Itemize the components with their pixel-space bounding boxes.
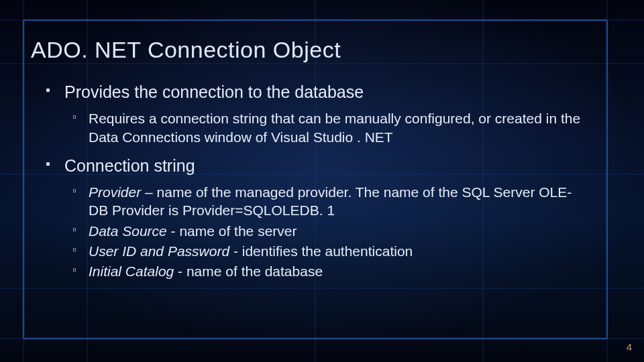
- bullet-item: Provides the connection to the database …: [64, 82, 617, 146]
- bullet-text: Connection string: [64, 156, 195, 175]
- sub-bullet-item: Provider – name of the managed provider.…: [89, 183, 617, 220]
- term-desc: – name of the managed provider. The name…: [89, 184, 572, 218]
- slide-title: ADO. NET Connection Object: [31, 37, 617, 63]
- term: Provider: [89, 184, 141, 200]
- sub-bullet-item: Requires a connection string that can be…: [89, 109, 617, 146]
- sub-bullet-item: Initial Catalog - name of the database: [89, 262, 617, 280]
- slide-content: ADO. NET Connection Object Provides the …: [0, 0, 644, 281]
- term: User ID and Password: [89, 243, 229, 259]
- sub-bullet-text: Requires a connection string that can be…: [89, 111, 580, 144]
- bullet-item: Connection string Provider – name of the…: [64, 156, 617, 281]
- bullet-list: Provides the connection to the database …: [31, 82, 617, 281]
- term: Initial Catalog: [89, 263, 174, 279]
- slide: ADO. NET Connection Object Provides the …: [0, 0, 644, 362]
- term-desc: - name of the server: [167, 223, 297, 239]
- term-desc: - name of the database: [174, 263, 323, 279]
- term: Data Source: [89, 223, 167, 239]
- sub-bullet-item: User ID and Password - identifies the au…: [89, 242, 617, 260]
- sub-bullet-list: Requires a connection string that can be…: [64, 109, 617, 146]
- sub-bullet-item: Data Source - name of the server: [89, 222, 617, 240]
- bullet-text: Provides the connection to the database: [64, 82, 364, 101]
- term-desc: - identifies the authentication: [229, 243, 413, 259]
- page-number: 4: [627, 341, 632, 353]
- sub-bullet-list: Provider – name of the managed provider.…: [64, 183, 617, 280]
